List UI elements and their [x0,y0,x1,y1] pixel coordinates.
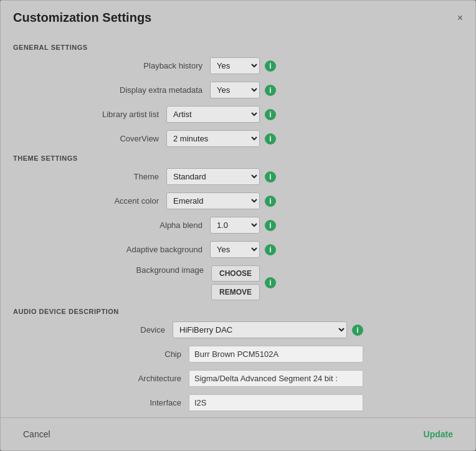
background-image-info-icon[interactable]: i [265,277,276,288]
dialog-header: Customization Settings × [1,1,475,31]
interface-row: Interface [13,394,463,411]
accent-color-row: Accent color Emerald Blue Red Orange i [13,192,463,209]
coverview-label: CoverView [72,134,159,143]
customization-dialog: Customization Settings × GENERAL SETTING… [0,0,476,451]
coverview-control: 1 minute 2 minutes 5 minutes Never i [166,130,276,147]
alpha-blend-label: Alpha blend [115,221,202,230]
general-settings-section: GENERAL SETTINGS [13,44,463,51]
device-control: HiFiBerry DAC Default i [173,321,363,338]
alpha-blend-row: Alpha blend 0.0 0.1 0.5 0.8 1.0 i [13,217,463,234]
display-extra-metadata-select[interactable]: Yes No [210,82,260,98]
library-artist-list-info-icon[interactable]: i [265,109,276,120]
remove-button[interactable]: REMOVE [211,284,260,300]
alpha-blend-control: 0.0 0.1 0.5 0.8 1.0 i [210,217,276,234]
cancel-button[interactable]: Cancel [13,425,60,443]
alpha-blend-info-icon[interactable]: i [265,220,276,231]
interface-input [189,394,363,411]
adaptive-background-row: Adaptive background Yes No i [13,241,463,258]
update-button[interactable]: Update [414,425,463,443]
chip-input [189,346,363,363]
coverview-select[interactable]: 1 minute 2 minutes 5 minutes Never [166,130,260,147]
accent-color-info-icon[interactable]: i [265,196,276,207]
theme-row: Theme Standard Dark Light i [13,168,463,185]
close-button[interactable]: × [457,13,463,23]
background-image-control: CHOOSE REMOVE i [211,265,276,300]
choose-button[interactable]: CHOOSE [211,265,260,282]
dialog-body: GENERAL SETTINGS Playback history Yes No… [1,31,475,417]
device-label: Device [103,325,165,335]
library-artist-list-control: Artist Album Artist Both i [166,106,276,123]
background-image-label: Background image [117,265,204,275]
device-row: Device HiFiBerry DAC Default i [13,321,463,338]
alpha-blend-select[interactable]: 0.0 0.1 0.5 0.8 1.0 [210,217,260,234]
theme-label: Theme [72,172,159,181]
display-extra-metadata-info-icon[interactable]: i [265,85,276,96]
accent-color-label: Accent color [72,196,159,206]
audio-settings-section: AUDIO DEVICE DESCRIPTION [13,308,463,315]
chip-label: Chip [119,349,181,359]
coverview-row: CoverView 1 minute 2 minutes 5 minutes N… [13,130,463,147]
library-artist-list-row: Library artist list Artist Album Artist … [13,106,463,123]
architecture-row: Architecture [13,370,463,387]
playback-history-select[interactable]: Yes No [210,57,260,74]
accent-color-select[interactable]: Emerald Blue Red Orange [166,192,260,209]
device-select[interactable]: HiFiBerry DAC Default [173,321,347,338]
theme-select[interactable]: Standard Dark Light [166,168,260,185]
theme-settings-section: THEME SETTINGS [13,154,463,162]
architecture-label: Architecture [119,374,181,383]
accent-color-control: Emerald Blue Red Orange i [166,192,276,209]
display-extra-metadata-control: Yes No i [210,82,276,98]
playback-history-label: Playback history [115,61,202,70]
display-extra-metadata-label: Display extra metadata [115,85,202,95]
adaptive-background-info-icon[interactable]: i [265,244,276,255]
dialog-footer: Cancel Update [1,417,475,450]
device-info-icon[interactable]: i [352,325,363,336]
background-image-buttons: CHOOSE REMOVE [211,265,260,300]
theme-info-icon[interactable]: i [265,171,276,183]
library-artist-list-label: Library artist list [72,110,159,119]
coverview-info-icon[interactable]: i [265,133,276,145]
display-extra-metadata-row: Display extra metadata Yes No i [13,82,463,98]
background-image-row: Background image CHOOSE REMOVE i [13,265,463,300]
library-artist-list-select[interactable]: Artist Album Artist Both [166,106,260,123]
adaptive-background-control: Yes No i [210,241,276,258]
chip-row: Chip [13,346,463,363]
adaptive-background-label: Adaptive background [115,245,202,254]
playback-history-row: Playback history Yes No i [13,57,463,74]
playback-history-control: Yes No i [210,57,276,74]
playback-history-info-icon[interactable]: i [265,60,276,72]
architecture-input [189,370,363,387]
theme-control: Standard Dark Light i [166,168,276,185]
dialog-title: Customization Settings [13,11,151,25]
adaptive-background-select[interactable]: Yes No [210,241,260,258]
interface-label: Interface [119,398,181,407]
